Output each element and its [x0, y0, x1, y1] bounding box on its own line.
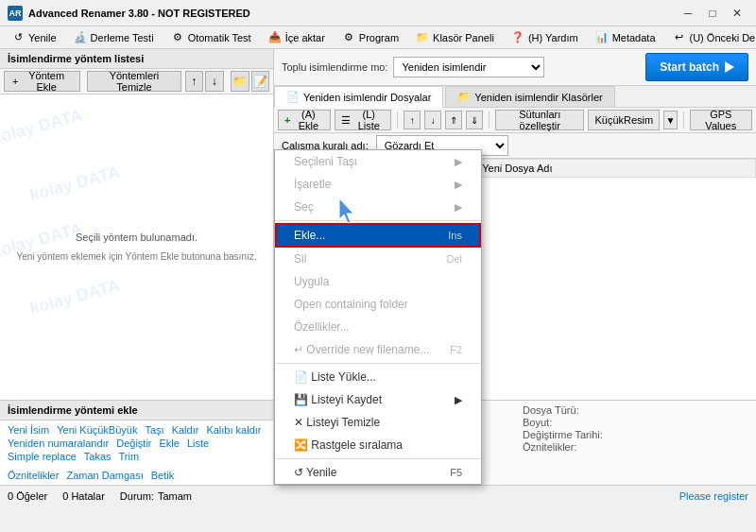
prop-dosya-turu: Dosya Türü:	[523, 404, 748, 416]
start-batch-button[interactable]: Start batch	[645, 53, 748, 81]
mode-combo[interactable]: Yeniden isimlendir	[393, 57, 544, 77]
errors-count: 0 Hatalar	[62, 490, 105, 502]
folder-button[interactable]: 📁	[231, 71, 249, 92]
ctx-sep-2	[275, 363, 481, 364]
link-degistir[interactable]: Değiştir	[116, 438, 151, 449]
otomatik-icon: ⚙	[171, 31, 184, 44]
play-icon	[725, 61, 734, 73]
titlebar: AR Advanced Renamer 3.80 - NOT REGISTERE…	[0, 0, 756, 26]
ctx-liste-yukle[interactable]: 📄 Liste Yükle...	[275, 366, 481, 388]
ctx-sec[interactable]: Seç ▶	[275, 196, 481, 218]
link-oznitelikler[interactable]: Öznitelikler	[8, 470, 59, 481]
prop-oznitelikler: Öznitelikler:	[523, 441, 748, 453]
menu-metadata-label: Metadata	[612, 32, 656, 43]
ctx-isaretle[interactable]: İşaretle ▶	[275, 173, 481, 196]
tab-folders-label: Yeniden isimlendir Klasörler	[474, 92, 602, 103]
left-panel: İsimlendirme yöntem listesi + Yöntem Ekl…	[0, 49, 274, 485]
link-yeni-isim[interactable]: Yeni İsim	[8, 424, 49, 436]
tab-files[interactable]: 📄 Yeniden isimlendir Dosyalar	[274, 86, 443, 108]
list-label: (L) Liste	[352, 109, 385, 131]
columns-button[interactable]: Sütunları özelleştir	[495, 110, 584, 130]
menubar: ↺ Yenile 🔬 Derleme Testi ⚙ Otomatik Test…	[0, 26, 756, 49]
sort-top-button[interactable]: ⇑	[445, 111, 462, 129]
metadata-icon: 📊	[595, 31, 609, 44]
link-ekle[interactable]: Ekle	[160, 438, 180, 449]
menu-yenile[interactable]: ↺ Yenile	[4, 26, 64, 48]
add-files-label: (A) Ekle	[292, 109, 324, 131]
list-button[interactable]: ☰ (L) Liste	[335, 110, 391, 130]
prop-degistirme-label: Değiştirme Tarihi:	[523, 429, 603, 440]
move-up-button[interactable]: ↑	[185, 71, 204, 92]
link-simple-replace[interactable]: Simple replace	[8, 451, 77, 462]
ctx-listeyi-kaydet[interactable]: 💾 Listeyi Kaydet ▶	[275, 388, 481, 411]
link-yeniden[interactable]: Yeniden numaralandır	[8, 438, 109, 449]
link-liste[interactable]: Liste	[187, 438, 209, 449]
statusbar: 0 Öğeler 0 Hatalar Durum: Tamam Please r…	[0, 485, 756, 506]
sort-up-button[interactable]: ↑	[404, 111, 421, 129]
menu-yardim-label: (H) Yardım	[528, 32, 578, 43]
close-button[interactable]: ✕	[726, 4, 748, 23]
add-method-button[interactable]: + Yöntem Ekle	[4, 71, 80, 92]
link-betik[interactable]: Betik	[151, 470, 174, 481]
menu-program[interactable]: ⚙ Program	[335, 26, 406, 48]
link-kaldir[interactable]: Kaldır	[172, 424, 199, 436]
klasor-icon: 📁	[416, 31, 429, 44]
menu-program-label: Program	[359, 32, 399, 43]
menu-otomatik[interactable]: ⚙ Otomatik Test	[163, 26, 259, 48]
menu-metadata[interactable]: 📊 Metadata	[588, 26, 663, 48]
tab-folders[interactable]: 📁 Yeniden isimlendir Klasörler	[445, 86, 614, 107]
ctx-sep-3	[275, 458, 481, 459]
link-yeni-kucukbuyuk[interactable]: Yeni KüçükBüyük	[57, 424, 137, 436]
left-panel-toolbar: + Yöntem Ekle Yöntemleri Temizle ↑ ↓ 📁 📝	[0, 69, 273, 94]
titlebar-left: AR Advanced Renamer 3.80 - NOT REGISTERE…	[8, 6, 250, 21]
ctx-sil[interactable]: Sil Del	[275, 248, 481, 270]
menu-geridal[interactable]: ↩ (U) Önceki Derlemeyi GeriAl	[665, 26, 756, 48]
link-tasi[interactable]: Taşı	[145, 424, 163, 436]
thumbnail-button[interactable]: KüçükResim	[588, 110, 660, 130]
watermark-text-2: kolay DATA	[26, 159, 123, 209]
ctx-listeyi-temizle[interactable]: ✕ Listeyi Temizle	[275, 411, 481, 434]
start-batch-label: Start batch	[660, 60, 719, 74]
register-link[interactable]: Please register	[679, 490, 748, 502]
link-trim[interactable]: Trim	[119, 451, 140, 462]
script-button[interactable]: 📝	[251, 71, 270, 92]
mode-selector: Toplu isimlendirme mo: Yeniden isimlendi…	[282, 57, 544, 77]
maximize-button[interactable]: □	[701, 4, 724, 23]
menu-derleme[interactable]: 🔬 Derleme Testi	[66, 26, 162, 48]
add-files-button[interactable]: + (A) Ekle	[278, 110, 331, 130]
ctx-secileni-tasi[interactable]: Seçileni Taşı ▶	[275, 150, 481, 173]
tab-files-icon: 📄	[286, 91, 300, 103]
minimize-button[interactable]: ─	[677, 4, 699, 23]
ctx-ekle[interactable]: Ekle... Ins	[275, 223, 481, 248]
sort-bottom-button[interactable]: ⇓	[466, 111, 483, 129]
empty-message-2: Yeni yöntem eklemek için Yöntem Ekle but…	[16, 249, 256, 265]
bottom-panel-links: Yeni İsim Yeni KüçükBüyük Taşı Kaldır Ka…	[0, 420, 273, 466]
tab-bar: 📄 Yeniden isimlendir Dosyalar 📁 Yeniden …	[274, 86, 756, 108]
bottom-panel-header: İsimlendirme yöntemi ekle	[0, 401, 273, 420]
menu-ice-aktar[interactable]: 📥 İçe aktar	[261, 26, 333, 48]
left-panel-content: kolay DATA kolay DATA kolay DATA kolay D…	[0, 94, 273, 400]
prop-boyut: Boyut:	[523, 417, 748, 428]
toolbar-divider-1	[397, 112, 398, 129]
move-down-button[interactable]: ↓	[205, 71, 224, 92]
items-count-label: 0 Öğeler	[8, 490, 47, 502]
menu-derleme-label: Derleme Testi	[91, 32, 154, 43]
sort-down-button[interactable]: ↓	[424, 111, 441, 129]
link-zaman[interactable]: Zaman Damgası	[66, 470, 143, 481]
link-kalibikkaldir[interactable]: Kalıbı kaldır	[206, 424, 261, 436]
yardim-icon: ❓	[511, 31, 524, 44]
derleme-icon: 🔬	[74, 31, 87, 44]
link-takas[interactable]: Takas	[84, 451, 112, 462]
ctx-yenile[interactable]: ↺ Yenile F5	[275, 461, 481, 484]
thumbnail-more-button[interactable]: ▼	[663, 111, 677, 129]
ctx-rastgele[interactable]: 🔀 Rastgele sıralama	[275, 434, 481, 456]
clear-methods-button[interactable]: Yöntemleri Temizle	[87, 71, 180, 92]
menu-klasor[interactable]: 📁 Klasör Paneli	[408, 26, 502, 48]
gps-button[interactable]: GPS Values	[690, 110, 753, 130]
prop-degistirme: Değiştirme Tarihi:	[523, 429, 748, 440]
menu-yardim[interactable]: ❓ (H) Yardım	[504, 26, 586, 48]
empty-message-1: Seçili yöntem bulunamadı.	[76, 230, 198, 247]
status-item: Durum: Tamam	[120, 490, 192, 502]
mode-label: Toplu isimlendirme mo:	[282, 61, 387, 73]
app-icon: AR	[8, 6, 23, 21]
